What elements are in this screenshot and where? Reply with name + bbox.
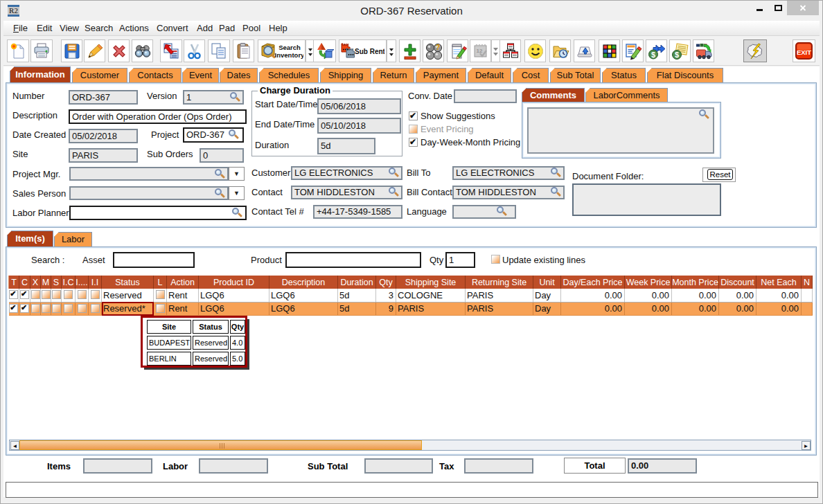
svg-text:Search: Search	[278, 44, 301, 51]
svg-text:?: ?	[435, 44, 439, 51]
svg-text:12: 12	[476, 48, 482, 54]
svg-text:Sub Rent: Sub Rent	[355, 48, 384, 55]
svg-text:$: $	[651, 50, 655, 58]
svg-text:$: $	[674, 51, 678, 59]
svg-text:EXIT: EXIT	[797, 48, 811, 56]
svg-text:Inventory: Inventory	[275, 51, 303, 58]
